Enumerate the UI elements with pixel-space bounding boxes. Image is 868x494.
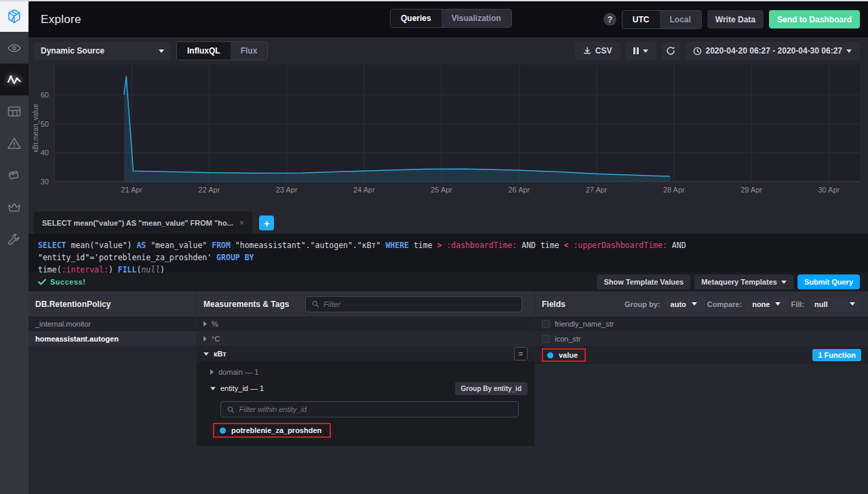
svg-text:29 Apr: 29 Apr [741, 186, 762, 194]
tab-flux[interactable]: Flux [231, 42, 268, 60]
svg-text:23 Apr: 23 Apr [276, 186, 298, 194]
measurements-title: Measurements & Tags [203, 300, 290, 309]
clock-icon [693, 47, 702, 56]
measurement-item[interactable]: °C [197, 331, 534, 346]
sidebar-item-crown-admin[interactable] [0, 191, 28, 223]
expand-down-icon [210, 387, 216, 390]
measurement-expanded-area: domain — 1entity_id — 1Group By entity_i… [197, 361, 534, 446]
metaquery-templates-dropdown[interactable]: Metaquery Templates [694, 274, 793, 289]
query-token: "mean_value" [146, 241, 212, 250]
function-count-badge[interactable]: 1 Function [812, 349, 861, 361]
db-item-_internal.monitor[interactable]: _internal.monitor [28, 316, 196, 331]
wrench-config-icon [7, 232, 22, 247]
dashboards-icon [7, 104, 22, 119]
equals-filter-badge[interactable]: = [514, 347, 528, 361]
csv-label: CSV [595, 46, 612, 56]
expand-right-icon [203, 336, 207, 342]
measurement-item[interactable]: % [197, 316, 534, 331]
group-by-entity-id-button[interactable]: Group By entity_id [455, 382, 528, 395]
measurements-filter[interactable] [305, 296, 522, 312]
submit-query-button[interactable]: Submit Query [797, 274, 860, 289]
fields-list: friendly_name_stricon_strvalue1 Function [535, 316, 868, 364]
chevron-down-icon [850, 302, 855, 306]
field-label: friendly_name_str [555, 320, 614, 328]
query-tab[interactable]: SELECT mean("value") AS "mean_value" FRO… [34, 211, 252, 234]
pause-icon [633, 47, 639, 54]
measurement-item-expanded[interactable]: кВт= [197, 346, 534, 361]
tab-visualization[interactable]: Visualization [441, 9, 511, 27]
download-csv-button[interactable]: CSV [575, 42, 620, 60]
chevron-down-icon [781, 281, 787, 284]
show-template-values-button[interactable]: Show Template Values [597, 274, 690, 289]
query-token: :interval: [62, 265, 108, 274]
compare-value: none [752, 300, 770, 308]
field-item-friendly_name_str[interactable]: friendly_name_str [535, 316, 868, 331]
write-data-button[interactable]: Write Data [707, 10, 764, 28]
svg-text:28 Apr: 28 Apr [663, 186, 685, 194]
measurement-label: °C [212, 335, 220, 343]
tag-value-row: potreblenie_za_proshden [213, 421, 528, 439]
language-toggle: InfluxQL Flux [176, 41, 268, 60]
checkbox-icon[interactable] [542, 320, 550, 328]
tab-queries[interactable]: Queries [391, 9, 441, 27]
timezone-utc[interactable]: UTC [623, 11, 660, 28]
explore-graph[interactable]: 3040506021 Apr22 Apr23 Apr24 Apr25 Apr26… [28, 64, 868, 211]
fill-dropdown[interactable]: null [808, 297, 861, 311]
sidebar-item-wrench-config[interactable] [0, 223, 28, 255]
query-text-line-1: SELECT mean("value") AS "mean_value" FRO… [38, 240, 859, 264]
pulse-graph-icon [7, 73, 22, 87]
annotation-highlight-box[interactable]: value [542, 348, 586, 362]
time-range-dropdown[interactable]: 2020-04-20 06:27 - 2020-04-30 06:27 [685, 42, 860, 60]
query-builder: DB.RetentionPolicy _internal.monitorhome… [28, 291, 868, 494]
query-token: :upperDashboardTime: [573, 241, 667, 250]
group-by-label: Group by: [625, 300, 660, 308]
crown-admin-icon [7, 200, 22, 215]
sidebar-item-dashboards[interactable] [0, 96, 28, 127]
refresh-icon [666, 46, 675, 56]
sidebar-item-integrations-cube[interactable] [0, 159, 28, 191]
chevron-down-icon [692, 302, 697, 306]
tab-influxql[interactable]: InfluxQL [177, 42, 231, 60]
svg-text:25 Apr: 25 Apr [431, 186, 452, 194]
toolbar-right-group: CSV 2020-04-20 06:27 - 2020-04-30 06:27 [575, 42, 860, 60]
db-item-homeassistant.autogen[interactable]: homeassistant.autogen [28, 331, 196, 346]
tag-row-expanded[interactable]: entity_id — 1Group By entity_id [210, 380, 528, 396]
field-item-value[interactable]: value1 Function [535, 346, 868, 364]
chevron-down-icon [846, 49, 852, 53]
close-icon[interactable]: × [239, 218, 245, 228]
source-dropdown[interactable]: Dynamic Source [34, 42, 171, 60]
pause-refresh-dropdown[interactable] [625, 42, 656, 60]
sidebar-item-pulse-graph[interactable] [0, 64, 28, 96]
group-by-dropdown[interactable]: auto [665, 297, 703, 311]
time-range-value: 2020-04-20 06:27 - 2020-04-30 06:27 [706, 46, 842, 56]
measurements-filter-input[interactable] [323, 300, 515, 308]
tag-value-label: potreblenie_za_proshden [231, 426, 321, 434]
send-to-dashboard-button[interactable]: Send to Dashboard [769, 10, 860, 28]
refresh-button[interactable] [661, 42, 680, 60]
explore-toolbar: Dynamic Source InfluxQL Flux CSV 2020-04… [28, 37, 868, 64]
checkbox-icon[interactable] [542, 335, 550, 343]
field-item-icon_str[interactable]: icon_str [535, 331, 868, 346]
query-token: "homeassistant"."autogen"."кВт" [231, 241, 385, 250]
tag-value-filter-input[interactable] [239, 405, 512, 413]
annotation-highlight-box[interactable]: potreblenie_za_proshden [213, 423, 331, 438]
svg-text:50: 50 [41, 120, 49, 128]
query-token: ) [108, 265, 118, 274]
query-code-editor[interactable]: SELECT mean("value") AS "mean_value" FRO… [28, 234, 868, 272]
add-query-tab-button[interactable]: + [259, 215, 274, 230]
compare-dropdown[interactable]: none [746, 297, 787, 311]
timezone-local[interactable]: Local [660, 11, 701, 28]
sidebar-item-alert-triangle[interactable] [0, 127, 28, 159]
tag-value-filter[interactable] [220, 401, 519, 417]
fill-label: Fill: [791, 300, 804, 308]
db-retention-header: DB.RetentionPolicy [28, 291, 196, 316]
tag-row-collapsed[interactable]: domain — 1 [210, 364, 528, 380]
expand-down-icon [203, 352, 209, 356]
metaquery-templates-label: Metaquery Templates [701, 278, 777, 286]
query-token: FILL [118, 265, 137, 274]
sidebar-item-eye[interactable] [0, 32, 28, 64]
query-status: Success! [38, 278, 85, 286]
help-icon[interactable]: ? [604, 13, 616, 26]
page-title: Explore [41, 13, 81, 26]
success-label: Success! [50, 278, 85, 286]
